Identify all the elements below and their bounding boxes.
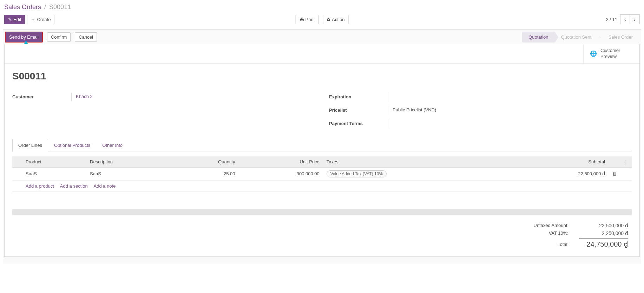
action-button[interactable]: ✿ Action [323,15,348,24]
status-stages: Quotation Quotation Sent › Sales Order [522,32,639,43]
totals: Untaxed Amount: 22,500,000 ₫ VAT 10%: 2,… [12,215,632,249]
customer-preview-button[interactable]: 🌐 Customer Preview [583,44,639,63]
table-row[interactable]: SaaS SaaS 25.00 900,000.00 Value Added T… [12,167,632,180]
form-sheet: 🌐 Customer Preview S00011 Customer Khách… [4,44,640,257]
vat-label: VAT 10%: [549,230,569,236]
untaxed-value: 22,500,000 ₫ [579,223,628,228]
tax-badge: Value Added Tax (VAT) 10% [327,170,387,177]
print-button[interactable]: 🖶 Print [296,15,319,24]
table-spacer [12,191,632,209]
pencil-icon: ✎ [8,17,12,22]
col-drag [12,156,22,168]
cancel-button[interactable]: Cancel [75,32,97,42]
globe-icon: 🌐 [590,50,597,57]
add-section-link[interactable]: Add a section [60,183,88,189]
col-description[interactable]: Description [86,156,171,168]
status-bar: Send by Email Confirm Cancel Quotation Q… [3,29,641,45]
total-value: 24,750,000 ₫ [579,238,628,248]
breadcrumb-current: S00011 [49,4,71,11]
cancel-label: Cancel [79,35,93,39]
stage-quotation[interactable]: Quotation [522,32,554,43]
tab-optional-products[interactable]: Optional Products [48,139,96,151]
pager-position: 2 / 11 [606,17,617,22]
value-customer[interactable]: Khách 2 [71,92,315,102]
edit-button[interactable]: ✎ Edit [4,15,25,24]
toolbar: ✎ Edit ＋ Create 🖶 Print ✿ Action 2 / 11 … [3,14,641,29]
value-expiration [388,92,632,102]
pager-prev-button[interactable]: ‹ [620,14,630,24]
label-payment-terms: Payment Terms [329,121,388,126]
customer-preview-line2: Preview [600,54,620,60]
label-customer: Customer [12,94,71,99]
untaxed-label: Untaxed Amount: [533,223,569,228]
send-by-email-label: Send by Email [9,35,39,39]
trash-icon: 🗑 [612,171,617,176]
cell-subtotal: 22,500,000 ₫ [513,167,609,180]
action-label: Action [332,17,344,22]
cell-unit-price: 900,000.00 [238,167,323,180]
col-quantity[interactable]: Quantity [171,156,238,168]
tab-order-lines[interactable]: Order Lines [12,139,48,151]
print-icon: 🖶 [300,17,304,22]
create-label: Create [37,17,51,22]
plus-icon: ＋ [31,17,35,22]
record-title: S00011 [12,71,632,82]
add-links: Add a product Add a section Add a note [22,180,632,191]
cell-product: SaaS [22,167,86,180]
total-label: Total: [558,240,569,247]
stage-sales-order[interactable]: Sales Order [602,32,639,43]
breadcrumb: Sales Orders / S00011 [3,1,641,14]
confirm-label: Confirm [51,35,67,39]
tab-other-info[interactable]: Other Info [96,139,129,151]
order-lines-table: Product Description Quantity Unit Price … [12,156,632,215]
stage-separator-icon: › [598,34,602,40]
gear-icon: ✿ [327,17,330,22]
col-subtotal[interactable]: Subtotal [513,156,609,168]
label-expiration: Expiration [329,94,388,99]
value-pricelist: Public Pricelist (VND) [388,106,632,115]
chevron-left-icon: ‹ [624,17,626,22]
pager-next-button[interactable]: › [630,14,640,24]
edit-label: Edit [13,17,21,22]
label-pricelist: Pricelist [329,108,388,113]
cell-quantity: 25.00 [171,167,238,180]
stage-quotation-sent[interactable]: Quotation Sent [555,32,598,43]
button-box: 🌐 Customer Preview [5,44,639,64]
add-note-link[interactable]: Add a note [94,183,116,189]
col-product[interactable]: Product [22,156,86,168]
value-payment-terms [388,119,632,128]
add-product-link[interactable]: Add a product [26,183,54,189]
col-delete [609,156,620,168]
cell-description: SaaS [86,167,171,180]
cell-taxes: Value Added Tax (VAT) 10% [323,167,513,180]
confirm-button[interactable]: Confirm [47,32,71,42]
col-unit-price[interactable]: Unit Price [238,156,323,168]
col-taxes[interactable]: Taxes [323,156,513,168]
chevron-right-icon: › [634,17,636,22]
col-options[interactable]: ⋮ [620,156,632,168]
vat-value: 2,250,000 ₫ [579,230,628,236]
pager: 2 / 11 ‹ › [606,14,640,24]
kebab-icon: ⋮ [624,159,628,164]
drag-handle[interactable] [12,167,22,180]
print-label: Print [305,17,315,22]
tabs: Order Lines Optional Products Other Info [12,139,632,151]
customer-preview-line1: Customer [600,48,620,54]
breadcrumb-root[interactable]: Sales Orders [4,4,41,11]
table-resize-bar[interactable] [12,209,632,215]
create-button[interactable]: ＋ Create [27,15,54,24]
breadcrumb-separator: / [43,4,47,11]
delete-row-button[interactable]: 🗑 [609,167,620,180]
